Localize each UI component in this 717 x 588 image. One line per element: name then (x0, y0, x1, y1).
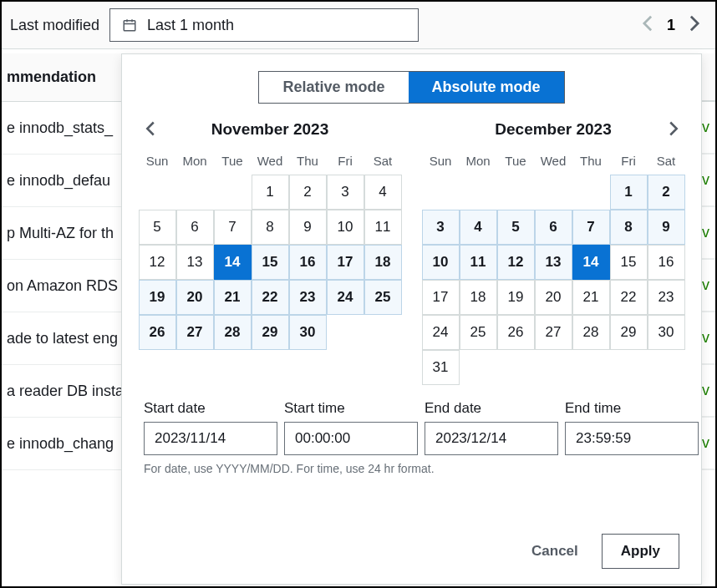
calendar-day[interactable]: 18 (364, 245, 402, 280)
end-time-label: End time (565, 400, 699, 417)
calendar-day[interactable]: 10 (327, 210, 364, 245)
calendar-day[interactable]: 31 (422, 350, 460, 385)
calendar-right-title: December 2023 (495, 120, 611, 139)
calendar-day[interactable]: 16 (289, 245, 327, 280)
calendar-day[interactable]: 14 (214, 245, 252, 280)
calendar-day[interactable]: 23 (289, 280, 327, 315)
calendar-day[interactable]: 17 (422, 280, 460, 315)
calendar-day[interactable]: 3 (422, 210, 460, 245)
weekday-label: Wed (535, 150, 572, 175)
absolute-mode-button[interactable]: Absolute mode (409, 72, 564, 103)
calendar-day[interactable]: 9 (289, 210, 327, 245)
calendar-left-title: November 2023 (211, 120, 328, 139)
calendar-day[interactable]: 6 (176, 210, 214, 245)
date-range-dropdown[interactable]: Last 1 month (109, 8, 419, 42)
calendar-day[interactable]: 25 (460, 315, 497, 350)
end-time-input[interactable] (565, 422, 699, 455)
calendar-day[interactable]: 14 (572, 245, 610, 280)
calendar-day[interactable]: 26 (139, 315, 176, 350)
calendar-day[interactable]: 8 (610, 210, 648, 245)
calendar-day[interactable]: 2 (648, 175, 685, 210)
calendar-day[interactable]: 29 (252, 315, 289, 350)
calendar-day[interactable]: 29 (610, 315, 648, 350)
end-date-input[interactable] (425, 422, 558, 455)
calendar-day[interactable]: 21 (214, 280, 252, 315)
calendar-day[interactable]: 1 (610, 175, 648, 210)
weekday-label: Thu (289, 150, 327, 175)
relative-mode-button[interactable]: Relative mode (259, 72, 408, 103)
weekday-label: Sat (648, 150, 685, 175)
calendar-day[interactable]: 6 (535, 210, 572, 245)
calendar-day[interactable]: 12 (139, 245, 176, 280)
calendar-day[interactable]: 26 (497, 315, 535, 350)
calendar-day[interactable]: 23 (648, 280, 685, 315)
calendar-day[interactable]: 17 (327, 245, 364, 280)
start-time-label: Start time (284, 400, 418, 417)
calendar-prev-button[interactable] (139, 117, 162, 140)
page-number: 1 (667, 17, 675, 34)
calendar-day[interactable]: 4 (364, 175, 402, 210)
calendar-day[interactable]: 27 (176, 315, 214, 350)
calendar-day[interactable]: 13 (535, 245, 572, 280)
calendar-day[interactable]: 20 (535, 280, 572, 315)
calendar-day[interactable]: 9 (648, 210, 685, 245)
date-range-popover: Relative mode Absolute mode November 202… (121, 53, 702, 585)
calendar-day[interactable]: 12 (497, 245, 535, 280)
pager-prev-icon[interactable] (642, 14, 653, 36)
calendar-day[interactable]: 24 (422, 315, 460, 350)
weekday-label: Fri (327, 150, 364, 175)
calendar-day[interactable]: 19 (139, 280, 176, 315)
calendar-day[interactable]: 27 (535, 315, 572, 350)
calendar-day[interactable]: 16 (648, 245, 685, 280)
calendar-day[interactable]: 25 (364, 280, 402, 315)
calendar-day[interactable]: 11 (460, 245, 497, 280)
start-date-input[interactable] (144, 422, 277, 455)
calendar-day[interactable]: 30 (648, 315, 685, 350)
weekday-label: Tue (497, 150, 535, 175)
date-range-text: Last 1 month (147, 17, 234, 34)
calendar-day[interactable]: 5 (139, 210, 176, 245)
weekday-label: Tue (214, 150, 252, 175)
calendar-day[interactable]: 19 (497, 280, 535, 315)
calendar-left: November 2023 SunMonTueWedThuFriSat 1234… (139, 115, 402, 385)
calendar-day[interactable]: 18 (460, 280, 497, 315)
calendar-day[interactable]: 21 (572, 280, 610, 315)
weekday-label: Thu (572, 150, 610, 175)
calendar-icon (122, 18, 137, 33)
end-date-label: End date (425, 400, 558, 417)
calendar-day[interactable]: 15 (252, 245, 289, 280)
calendar-day[interactable]: 11 (364, 210, 402, 245)
date-time-inputs: Start date Start time End date End time (144, 400, 679, 455)
calendar-day[interactable]: 8 (252, 210, 289, 245)
calendar-day[interactable]: 3 (327, 175, 364, 210)
calendar-day[interactable]: 15 (610, 245, 648, 280)
filter-header: Last modified Last 1 month 1 (2, 2, 715, 49)
cancel-button[interactable]: Cancel (525, 535, 585, 568)
calendar-day[interactable]: 22 (252, 280, 289, 315)
weekday-label: Wed (252, 150, 289, 175)
weekday-label: Sat (364, 150, 402, 175)
weekday-label: Mon (460, 150, 497, 175)
start-date-label: Start date (144, 400, 277, 417)
weekday-label: Sun (139, 150, 176, 175)
calendar-day[interactable]: 10 (422, 245, 460, 280)
calendar-next-button[interactable] (662, 117, 685, 140)
calendar-day[interactable]: 5 (497, 210, 535, 245)
calendar-day[interactable]: 24 (327, 280, 364, 315)
calendar-day[interactable]: 20 (176, 280, 214, 315)
weekday-label: Fri (610, 150, 648, 175)
calendar-day[interactable]: 1 (252, 175, 289, 210)
calendar-day[interactable]: 22 (610, 280, 648, 315)
calendar-day[interactable]: 28 (214, 315, 252, 350)
calendar-day[interactable]: 13 (176, 245, 214, 280)
apply-button[interactable]: Apply (602, 534, 679, 569)
pagination: 1 (642, 14, 707, 36)
pager-next-icon[interactable] (689, 14, 700, 36)
calendar-day[interactable]: 7 (214, 210, 252, 245)
calendar-day[interactable]: 2 (289, 175, 327, 210)
calendar-day[interactable]: 30 (289, 315, 327, 350)
calendar-day[interactable]: 28 (572, 315, 610, 350)
calendar-day[interactable]: 7 (572, 210, 610, 245)
start-time-input[interactable] (284, 422, 418, 455)
calendar-day[interactable]: 4 (460, 210, 497, 245)
